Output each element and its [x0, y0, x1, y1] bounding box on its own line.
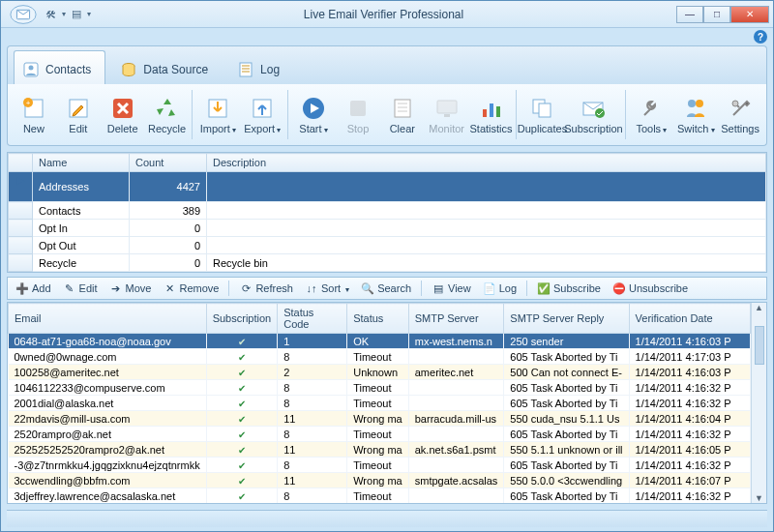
vertical-scrollbar[interactable]: ▲ ▼ — [751, 303, 766, 503]
cell-subscription[interactable] — [206, 380, 278, 396]
qat-dropdown-icon[interactable]: ▾ — [62, 10, 66, 18]
unsubscribe-button[interactable]: ⛔Unsubscribe — [609, 280, 692, 297]
help-icon[interactable]: ? — [754, 30, 767, 44]
edit-button[interactable]: ✎Edit — [59, 280, 102, 297]
group-row[interactable]: ▶Addresses4427 — [9, 172, 766, 202]
monitor-button: Monitor — [425, 86, 469, 143]
cell-date: 1/14/2011 4:16:32 P — [629, 458, 750, 473]
log-button[interactable]: 📄Log — [479, 280, 521, 297]
column-header[interactable]: Count — [130, 154, 207, 172]
edit-button[interactable]: Edit — [56, 86, 101, 143]
groups-grid[interactable]: NameCountDescription▶Addresses4427Contac… — [7, 152, 767, 273]
qat-tools-icon[interactable]: 🛠 — [45, 9, 56, 20]
sort-button[interactable]: ↓↑Sort — [301, 280, 353, 297]
email-row[interactable]: 100258@ameritec.net2Unknownameritec.net5… — [9, 365, 751, 380]
group-row[interactable]: Opt Out0 — [9, 237, 766, 254]
close-button[interactable]: ✕ — [730, 6, 769, 23]
email-row[interactable]: 3ccwendling@bbfm.com11Wrong masmtpgate.a… — [9, 473, 751, 488]
email-row[interactable]: 1046112233@compuserve.com8Timeout605 Tas… — [9, 380, 751, 396]
email-row[interactable]: 0648-at71-goa68-noa@noaa.gov1OKmx-west.n… — [9, 334, 751, 349]
column-header[interactable]: Email — [9, 304, 207, 334]
button-label: Recycle — [148, 123, 186, 134]
email-row[interactable]: 3djeffrey.lawrence@acsalaska.net8Timeout… — [9, 488, 751, 503]
column-header[interactable]: Status Code — [278, 304, 347, 334]
cell-status: Timeout — [347, 458, 409, 473]
recycle-button[interactable]: Recycle — [145, 86, 190, 143]
cell-subscription[interactable] — [206, 349, 278, 365]
cell-subscription[interactable] — [206, 396, 278, 411]
maximize-button[interactable]: □ — [703, 6, 730, 23]
group-desc — [207, 220, 766, 237]
svg-point-30 — [732, 101, 738, 106]
column-header[interactable]: Subscription — [206, 304, 278, 334]
subscription-button[interactable]: Subscription — [564, 86, 622, 143]
cell-smtp-server: mx-west.nems.n — [408, 334, 504, 349]
scroll-thumb[interactable] — [755, 326, 764, 365]
group-row[interactable]: Contacts389 — [9, 202, 766, 220]
new-button[interactable]: +New — [12, 86, 56, 143]
tab-contacts[interactable]: Contacts — [14, 50, 105, 84]
cell-status: Timeout — [347, 380, 409, 396]
clear-button[interactable]: Clear — [380, 86, 425, 143]
cell-subscription[interactable] — [206, 458, 278, 473]
cell-subscription[interactable] — [206, 473, 278, 488]
datasource-icon — [120, 61, 137, 78]
cell-subscription[interactable] — [206, 488, 278, 503]
button-label: Monitor — [429, 123, 464, 134]
cell-subscription[interactable] — [206, 442, 278, 458]
svg-rect-5 — [240, 63, 252, 76]
scroll-down-icon[interactable]: ▼ — [755, 493, 763, 503]
qat-list-icon[interactable]: ▤ — [72, 8, 81, 20]
scroll-up-icon[interactable]: ▲ — [755, 303, 763, 312]
email-row[interactable]: -3@z7tnrmkku4.jgqgzixknu4ejzqtnrmkk8Time… — [9, 458, 751, 473]
group-row[interactable]: Recycle0Recycle bin — [9, 254, 766, 272]
tab-log[interactable]: Log — [228, 50, 294, 84]
refresh-button[interactable]: ⟳Refresh — [235, 280, 297, 297]
column-header[interactable]: Verification Date — [629, 304, 750, 334]
email-row[interactable]: 252525252520rampro2@ak.net11Wrong maak.n… — [9, 442, 751, 458]
cell-email: 100258@ameritec.net — [9, 365, 207, 380]
export-button[interactable]: Export — [240, 86, 284, 143]
cell-subscription[interactable] — [206, 411, 278, 427]
emails-grid[interactable]: EmailSubscriptionStatus CodeStatusSMTP S… — [8, 303, 751, 503]
settings-button[interactable]: Settings — [718, 86, 762, 143]
column-header[interactable]: Name — [33, 154, 130, 172]
statistics-button[interactable]: Statistics — [469, 86, 514, 143]
delete-button[interactable]: Delete — [101, 86, 145, 143]
minimize-button[interactable]: — — [676, 6, 703, 23]
move-button[interactable]: ➔Move — [105, 280, 156, 297]
cell-status: Timeout — [347, 488, 409, 503]
column-header[interactable]: SMTP Server Reply — [504, 304, 629, 334]
tools-button[interactable]: Tools — [629, 86, 673, 143]
column-header[interactable]: Description — [207, 154, 766, 172]
cell-subscription[interactable] — [206, 334, 278, 349]
subscribe-button[interactable]: ✅Subscribe — [533, 280, 605, 297]
switch-button[interactable]: Switch — [673, 86, 718, 143]
cell-status: Unknown — [347, 365, 409, 380]
email-row[interactable]: 22mdavis@mill-usa.com11Wrong mabarracuda… — [9, 411, 751, 427]
import-button[interactable]: Import — [195, 86, 240, 143]
remove-button[interactable]: ✕Remove — [159, 280, 223, 297]
search-button[interactable]: 🔍Search — [357, 280, 415, 297]
cell-smtp-reply: 605 Task Aborted by Ti — [504, 458, 629, 473]
email-row[interactable]: 0wned@0wnage.com8Timeout605 Task Aborted… — [9, 349, 751, 365]
cell-email: -3@z7tnrmkku4.jgqgzixknu4ejzqtnrmkk — [9, 458, 207, 473]
cell-subscription[interactable] — [206, 365, 278, 380]
start-button[interactable]: Start — [291, 86, 336, 143]
column-header[interactable]: Status — [347, 304, 409, 334]
cell-subscription[interactable] — [206, 427, 278, 442]
edit-icon: ✎ — [63, 281, 76, 295]
app-orb-button[interactable] — [5, 1, 42, 28]
email-row[interactable]: 2520rampro@ak.net8Timeout605 Task Aborte… — [9, 427, 751, 442]
view-button[interactable]: ▤View — [428, 280, 475, 297]
emails-grid-wrap: EmailSubscriptionStatus CodeStatusSMTP S… — [7, 302, 767, 504]
group-row[interactable]: Opt In0 — [9, 220, 766, 237]
cell-email: 2001dial@alaska.net — [9, 396, 207, 411]
duplicates-button[interactable]: Duplicates — [520, 86, 564, 143]
add-button[interactable]: ➕Add — [12, 280, 55, 297]
tab-label: Log — [260, 63, 280, 76]
tab-datasource[interactable]: Data Source — [111, 50, 223, 84]
log-icon — [237, 61, 254, 78]
email-row[interactable]: 2001dial@alaska.net8Timeout605 Task Abor… — [9, 396, 751, 411]
column-header[interactable]: SMTP Server — [408, 304, 504, 334]
